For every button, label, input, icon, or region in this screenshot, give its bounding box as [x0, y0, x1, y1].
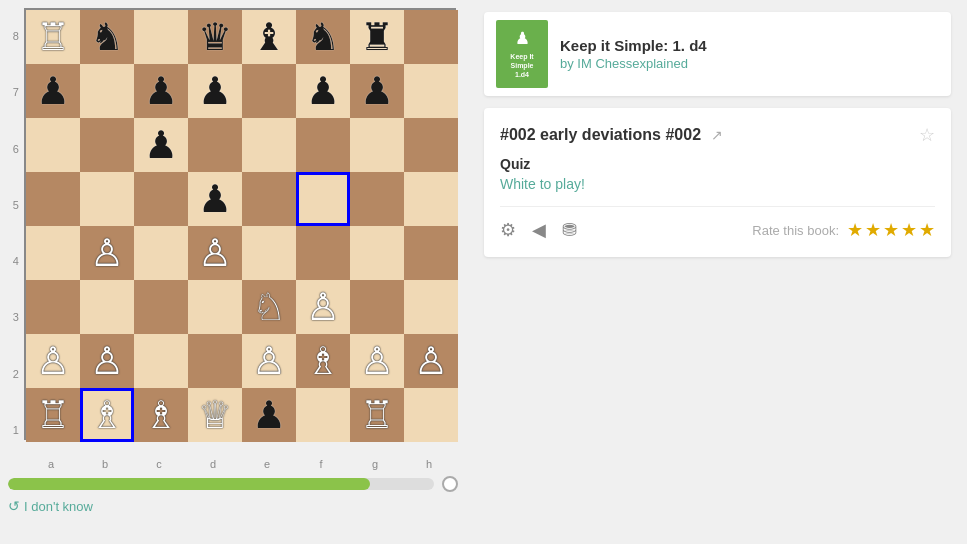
quiz-label: Quiz [500, 156, 935, 172]
bookmark-icon[interactable]: ☆ [919, 124, 935, 146]
refresh-icon[interactable]: ↺ [8, 498, 20, 514]
square-f5[interactable] [296, 172, 350, 226]
black-rook-g8: ♜ [360, 18, 394, 56]
square-f1[interactable] [296, 388, 350, 442]
square-b5[interactable] [80, 172, 134, 226]
square-d4[interactable]: ♙ [188, 226, 242, 280]
square-c6[interactable]: ♟ [134, 118, 188, 172]
square-g4[interactable] [350, 226, 404, 280]
square-a1[interactable]: ♖ [26, 388, 80, 442]
square-g1[interactable]: ♖ [350, 388, 404, 442]
square-b1[interactable]: ♗ [80, 388, 134, 442]
progress-area [8, 476, 458, 492]
dont-know-button[interactable]: I don't know [24, 499, 93, 514]
star-1[interactable]: ★ [847, 219, 863, 241]
square-c4[interactable] [134, 226, 188, 280]
square-c5[interactable] [134, 172, 188, 226]
square-e3[interactable]: ♘ [242, 280, 296, 334]
square-f3[interactable]: ♙ [296, 280, 350, 334]
square-e2[interactable]: ♙ [242, 334, 296, 388]
square-c7[interactable]: ♟ [134, 64, 188, 118]
black-pawn-e1: ♟ [252, 396, 286, 434]
back-icon[interactable]: ◀ [532, 219, 546, 241]
square-e1[interactable]: ♟ [242, 388, 296, 442]
square-e8[interactable]: ♝ [242, 10, 296, 64]
square-a3[interactable] [26, 280, 80, 334]
chess-board[interactable]: ♖♞♛♝♞♜♟♟♟♟♟♟♟♙♙♘♙♙♙♙♗♙♙♖♗♗♕♟♖ [24, 8, 456, 440]
white-rook-a8: ♖ [36, 18, 70, 56]
progress-bar-background [8, 478, 434, 490]
white-pawn-g2: ♙ [360, 342, 394, 380]
square-h5[interactable] [404, 172, 458, 226]
square-g5[interactable] [350, 172, 404, 226]
square-c3[interactable] [134, 280, 188, 334]
square-d2[interactable] [188, 334, 242, 388]
star-4[interactable]: ★ [901, 219, 917, 241]
square-b8[interactable]: ♞ [80, 10, 134, 64]
black-pawn-f7: ♟ [306, 72, 340, 110]
white-pawn-b4: ♙ [90, 234, 124, 272]
square-b6[interactable] [80, 118, 134, 172]
square-a4[interactable] [26, 226, 80, 280]
square-e7[interactable] [242, 64, 296, 118]
square-f8[interactable]: ♞ [296, 10, 350, 64]
square-h1[interactable] [404, 388, 458, 442]
board-view-icon[interactable]: ⛃ [562, 219, 577, 241]
square-h7[interactable] [404, 64, 458, 118]
external-link-icon[interactable]: ↗ [711, 127, 723, 143]
left-panel: 8 7 6 5 4 3 2 1 ♖♞♛♝♞♜♟♟♟♟♟♟♟♙♙♘♙♙♙♙♗♙♙♖… [0, 0, 468, 544]
square-h4[interactable] [404, 226, 458, 280]
square-b2[interactable]: ♙ [80, 334, 134, 388]
star-5[interactable]: ★ [919, 219, 935, 241]
square-d8[interactable]: ♛ [188, 10, 242, 64]
square-h3[interactable] [404, 280, 458, 334]
square-g2[interactable]: ♙ [350, 334, 404, 388]
square-c8[interactable] [134, 10, 188, 64]
quiz-description: White to play! [500, 176, 935, 192]
progress-bar-fill [8, 478, 370, 490]
square-g3[interactable] [350, 280, 404, 334]
black-pawn-a7: ♟ [36, 72, 70, 110]
white-pawn-f3: ♙ [306, 288, 340, 326]
square-d6[interactable] [188, 118, 242, 172]
square-h2[interactable]: ♙ [404, 334, 458, 388]
white-bishop-b1: ♗ [90, 396, 124, 434]
square-b3[interactable] [80, 280, 134, 334]
square-e4[interactable] [242, 226, 296, 280]
dont-know-area: ↺ I don't know [8, 498, 460, 514]
rank-labels: 8 7 6 5 4 3 2 1 [8, 8, 24, 458]
settings-icon[interactable]: ⚙ [500, 219, 516, 241]
square-f7[interactable]: ♟ [296, 64, 350, 118]
square-f4[interactable] [296, 226, 350, 280]
star-3[interactable]: ★ [883, 219, 899, 241]
square-f6[interactable] [296, 118, 350, 172]
black-pawn-g7: ♟ [360, 72, 394, 110]
square-g6[interactable] [350, 118, 404, 172]
white-bishop-c1: ♗ [144, 396, 178, 434]
square-a8[interactable]: ♖ [26, 10, 80, 64]
square-g8[interactable]: ♜ [350, 10, 404, 64]
square-a5[interactable] [26, 172, 80, 226]
square-c1[interactable]: ♗ [134, 388, 188, 442]
quiz-toolbar: ⚙ ◀ ⛃ Rate this book: ★ ★ ★ ★ ★ [500, 206, 935, 241]
chess-board-container: ♖♞♛♝♞♜♟♟♟♟♟♟♟♙♙♘♙♙♙♙♗♙♙♖♗♗♕♟♖ [24, 8, 460, 458]
black-knight-b8: ♞ [90, 18, 124, 56]
square-d1[interactable]: ♕ [188, 388, 242, 442]
square-a7[interactable]: ♟ [26, 64, 80, 118]
square-a6[interactable] [26, 118, 80, 172]
square-d5[interactable]: ♟ [188, 172, 242, 226]
square-d3[interactable] [188, 280, 242, 334]
square-f2[interactable]: ♗ [296, 334, 350, 388]
square-h8[interactable] [404, 10, 458, 64]
star-2[interactable]: ★ [865, 219, 881, 241]
square-c2[interactable] [134, 334, 188, 388]
right-panel: ♟ Keep It Simple 1.d4 Keep it Simple: 1.… [468, 0, 967, 544]
square-b7[interactable] [80, 64, 134, 118]
square-b4[interactable]: ♙ [80, 226, 134, 280]
square-a2[interactable]: ♙ [26, 334, 80, 388]
square-g7[interactable]: ♟ [350, 64, 404, 118]
square-d7[interactable]: ♟ [188, 64, 242, 118]
square-e6[interactable] [242, 118, 296, 172]
square-e5[interactable] [242, 172, 296, 226]
square-h6[interactable] [404, 118, 458, 172]
